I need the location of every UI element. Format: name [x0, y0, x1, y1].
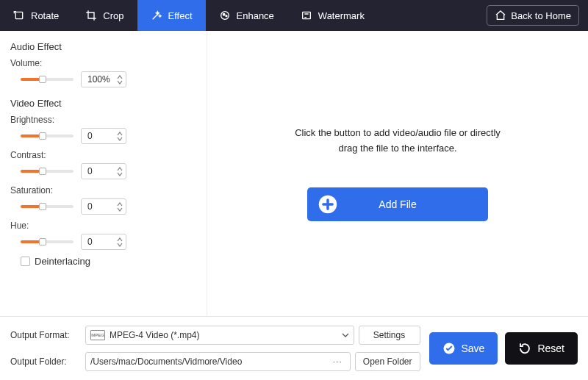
svg-point-3: [226, 15, 227, 17]
volume-stepper[interactable]: 100%: [81, 71, 126, 87]
slider-thumb[interactable]: [39, 203, 46, 210]
svg-point-2: [223, 13, 225, 15]
output-folder-field[interactable]: /Users/mac/Documents/Vidmore/Video ···: [85, 352, 351, 371]
slider-thumb[interactable]: [39, 238, 46, 245]
back-home-label: Back to Home: [511, 10, 571, 21]
contrast-value: 0: [87, 166, 114, 176]
save-button[interactable]: Save: [429, 332, 498, 365]
browse-folder-button[interactable]: ···: [330, 356, 345, 367]
effect-icon: [151, 10, 162, 21]
contrast-stepper[interactable]: 0: [81, 163, 126, 179]
effects-sidebar: Audio Effect Volume: 100% Video Effect B…: [0, 31, 207, 316]
contrast-slider[interactable]: [21, 165, 74, 177]
svg-rect-0: [15, 12, 22, 18]
toolbar-right: Back to Home: [478, 0, 588, 31]
tab-label: Watermark: [318, 10, 365, 21]
bottom-actions: Save Reset: [429, 332, 578, 365]
add-file-button[interactable]: Add File: [307, 187, 488, 221]
saturation-slider[interactable]: [21, 201, 74, 212]
audio-effect-heading: Audio Effect: [10, 41, 196, 52]
hue-value: 0: [87, 237, 114, 247]
tab-watermark[interactable]: Watermark: [287, 0, 378, 31]
step-down[interactable]: [117, 80, 123, 85]
step-up[interactable]: [117, 167, 123, 171]
reset-label: Reset: [537, 343, 564, 354]
brightness-slider[interactable]: [21, 130, 74, 142]
deinterlacing-label: Deinterlacing: [35, 256, 90, 267]
output-fields: Output Format: MPEG MPEG-4 Video (*.mp4)…: [10, 326, 420, 371]
video-effect-heading: Video Effect: [10, 98, 196, 109]
open-folder-button[interactable]: Open Folder: [355, 352, 420, 371]
saturation-stepper[interactable]: 0: [81, 198, 126, 215]
hue-stepper[interactable]: 0: [81, 234, 126, 250]
tab-label: Enhance: [237, 10, 274, 21]
format-badge-icon: MPEG: [90, 330, 105, 340]
volume-slider[interactable]: [21, 74, 74, 85]
enhance-icon: [219, 10, 231, 21]
bottom-bar: Output Format: MPEG MPEG-4 Video (*.mp4)…: [0, 316, 588, 380]
deinterlacing-checkbox[interactable]: [21, 257, 30, 266]
back-to-home-button[interactable]: Back to Home: [487, 5, 579, 26]
output-folder-label: Output Folder:: [10, 356, 81, 367]
deinterlacing-row[interactable]: Deinterlacing: [21, 256, 196, 267]
add-file-label: Add File: [307, 198, 488, 210]
preview-pane[interactable]: Click the button to add video/audio file…: [207, 31, 588, 316]
step-down[interactable]: [117, 172, 123, 176]
main-area: Audio Effect Volume: 100% Video Effect B…: [0, 31, 588, 316]
drop-hint: Click the button to add video/audio file…: [295, 126, 501, 157]
brightness-stepper[interactable]: 0: [81, 128, 126, 144]
brightness-label: Brightness:: [10, 115, 196, 125]
reset-icon: [518, 342, 531, 355]
output-folder-value: /Users/mac/Documents/Vidmore/Video: [90, 356, 326, 367]
tab-label: Rotate: [31, 10, 59, 21]
chevron-down-icon: [342, 331, 349, 339]
settings-label: Settings: [373, 330, 405, 340]
tab-label: Effect: [168, 10, 193, 21]
tab-rotate[interactable]: Rotate: [0, 0, 72, 31]
open-folder-label: Open Folder: [363, 356, 412, 367]
crop-icon: [85, 10, 97, 21]
reset-button[interactable]: Reset: [505, 332, 578, 365]
slider-thumb[interactable]: [39, 76, 46, 83]
tab-label: Crop: [103, 10, 123, 21]
slider-thumb[interactable]: [39, 168, 46, 175]
step-down[interactable]: [117, 207, 123, 212]
home-icon: [495, 10, 506, 21]
slider-thumb[interactable]: [39, 132, 46, 140]
step-up[interactable]: [117, 75, 123, 79]
save-label: Save: [462, 343, 485, 354]
saturation-label: Saturation:: [10, 185, 196, 196]
contrast-label: Contrast:: [10, 150, 196, 160]
output-format-value: MPEG-4 Video (*.mp4): [110, 330, 337, 340]
hue-label: Hue:: [10, 221, 196, 231]
tab-enhance[interactable]: Enhance: [206, 0, 287, 31]
output-format-label: Output Format:: [10, 330, 81, 340]
check-circle-icon: [442, 342, 456, 355]
hue-slider[interactable]: [21, 236, 74, 248]
step-up[interactable]: [117, 237, 123, 242]
saturation-value: 0: [87, 201, 114, 212]
step-up[interactable]: [117, 132, 123, 136]
volume-label: Volume:: [10, 58, 196, 68]
step-up[interactable]: [117, 202, 123, 207]
settings-button[interactable]: Settings: [359, 326, 420, 345]
rotate-icon: [13, 10, 25, 21]
volume-value: 100%: [87, 74, 114, 85]
top-toolbar: Rotate Crop Effect Enhance Watermark Bac…: [0, 0, 588, 31]
brightness-value: 0: [87, 131, 114, 141]
step-down[interactable]: [117, 243, 123, 247]
tab-crop[interactable]: Crop: [72, 0, 137, 31]
step-down[interactable]: [117, 137, 123, 141]
watermark-icon: [301, 10, 312, 21]
tab-effect[interactable]: Effect: [137, 0, 206, 31]
output-format-select[interactable]: MPEG MPEG-4 Video (*.mp4): [85, 326, 354, 345]
